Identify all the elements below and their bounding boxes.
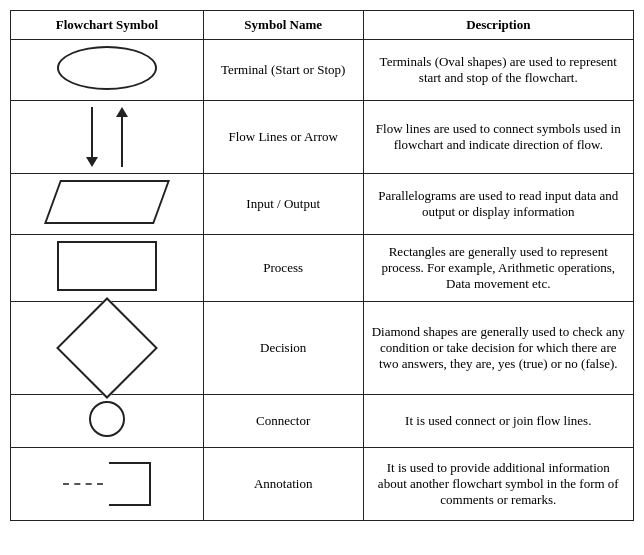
- desc-connector: It is used connect or join flow lines.: [363, 395, 633, 448]
- circle-icon: [89, 401, 125, 437]
- dashed-line-icon: [63, 483, 103, 485]
- arrow-up-icon: [116, 107, 128, 167]
- desc-inputoutput: Parallelograms are used to read input da…: [363, 174, 633, 235]
- arrow-line: [121, 117, 123, 167]
- symbol-name-decision: Decision: [203, 302, 363, 395]
- diamond-shape: [56, 297, 158, 399]
- desc-annotation: It is used to provide additional informa…: [363, 448, 633, 521]
- symbol-name-connector: Connector: [203, 395, 363, 448]
- symbol-name-terminal: Terminal (Start or Stop): [203, 40, 363, 101]
- desc-terminal: Terminals (Oval shapes) are used to repr…: [363, 40, 633, 101]
- rectangle-icon: [57, 241, 157, 291]
- symbol-annotation: [11, 448, 204, 521]
- arrow-down-icon: [86, 107, 98, 167]
- symbol-name-flowlines: Flow Lines or Arrow: [203, 101, 363, 174]
- table-row: Flow Lines or Arrow Flow lines are used …: [11, 101, 634, 174]
- col-header-description: Description: [363, 11, 633, 40]
- symbol-decision: [11, 302, 204, 395]
- symbol-terminal: [11, 40, 204, 101]
- col-header-symbol: Flowchart Symbol: [11, 11, 204, 40]
- symbol-process: [11, 235, 204, 302]
- parallelogram-icon: [44, 180, 170, 224]
- arrows-icon: [19, 107, 195, 167]
- annotation-icon: [19, 454, 195, 514]
- desc-process: Rectangles are generally used to represe…: [363, 235, 633, 302]
- arrowhead-down: [86, 157, 98, 167]
- desc-flowlines: Flow lines are used to connect symbols u…: [363, 101, 633, 174]
- table-row: Annotation It is used to provide additio…: [11, 448, 634, 521]
- oval-icon: [57, 46, 157, 90]
- arrow-line: [91, 107, 93, 157]
- table-row: Process Rectangles are generally used to…: [11, 235, 634, 302]
- table-row: Terminal (Start or Stop) Terminals (Oval…: [11, 40, 634, 101]
- symbol-name-process: Process: [203, 235, 363, 302]
- symbol-name-inputoutput: Input / Output: [203, 174, 363, 235]
- col-header-name: Symbol Name: [203, 11, 363, 40]
- table-row: Decision Diamond shapes are generally us…: [11, 302, 634, 395]
- symbol-name-annotation: Annotation: [203, 448, 363, 521]
- table-row: Input / Output Parallelograms are used t…: [11, 174, 634, 235]
- symbol-connector: [11, 395, 204, 448]
- diamond-icon: [52, 308, 162, 388]
- table-row: Connector It is used connect or join flo…: [11, 395, 634, 448]
- desc-decision: Diamond shapes are generally used to che…: [363, 302, 633, 395]
- arrowhead-up: [116, 107, 128, 117]
- symbol-inputoutput: [11, 174, 204, 235]
- bracket-icon: [109, 462, 151, 506]
- symbol-flowlines: [11, 101, 204, 174]
